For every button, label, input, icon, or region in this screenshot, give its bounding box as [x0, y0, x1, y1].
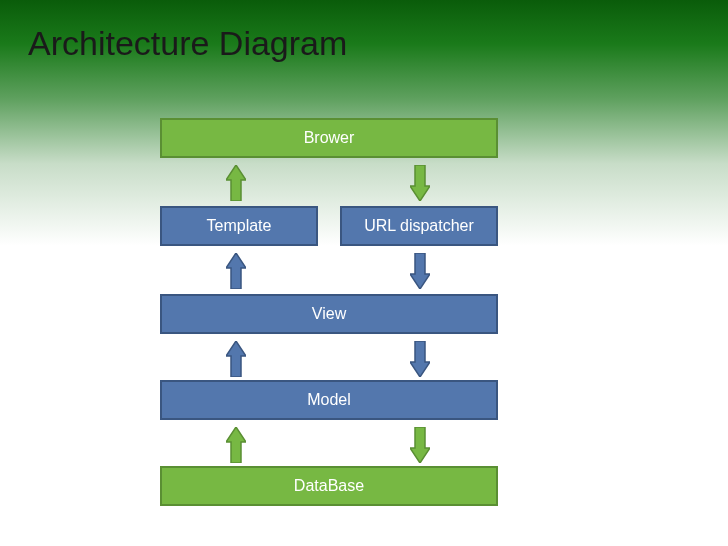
- box-browser-label: Brower: [304, 129, 355, 147]
- arrow-up-icon: [226, 165, 246, 201]
- svg-marker-0: [226, 165, 246, 201]
- svg-marker-2: [226, 253, 246, 289]
- arrow-down-icon: [410, 341, 430, 377]
- arrow-down-icon: [410, 427, 430, 463]
- svg-marker-6: [226, 427, 246, 463]
- arrow-up-icon: [226, 427, 246, 463]
- svg-marker-4: [226, 341, 246, 377]
- box-view: View: [160, 294, 498, 334]
- svg-marker-7: [410, 427, 430, 463]
- box-model-label: Model: [307, 391, 351, 409]
- box-database: DataBase: [160, 466, 498, 506]
- arrow-down-icon: [410, 253, 430, 289]
- svg-marker-3: [410, 253, 430, 289]
- box-url-dispatcher: URL dispatcher: [340, 206, 498, 246]
- box-browser: Brower: [160, 118, 498, 158]
- box-view-label: View: [312, 305, 346, 323]
- box-template-label: Template: [207, 217, 272, 235]
- arrow-up-icon: [226, 341, 246, 377]
- box-model: Model: [160, 380, 498, 420]
- arrow-up-icon: [226, 253, 246, 289]
- architecture-diagram: Brower Template URL dispatcher View Mode…: [0, 0, 728, 546]
- box-url-dispatcher-label: URL dispatcher: [364, 217, 474, 235]
- box-template: Template: [160, 206, 318, 246]
- svg-marker-1: [410, 165, 430, 201]
- svg-marker-5: [410, 341, 430, 377]
- box-database-label: DataBase: [294, 477, 364, 495]
- arrow-down-icon: [410, 165, 430, 201]
